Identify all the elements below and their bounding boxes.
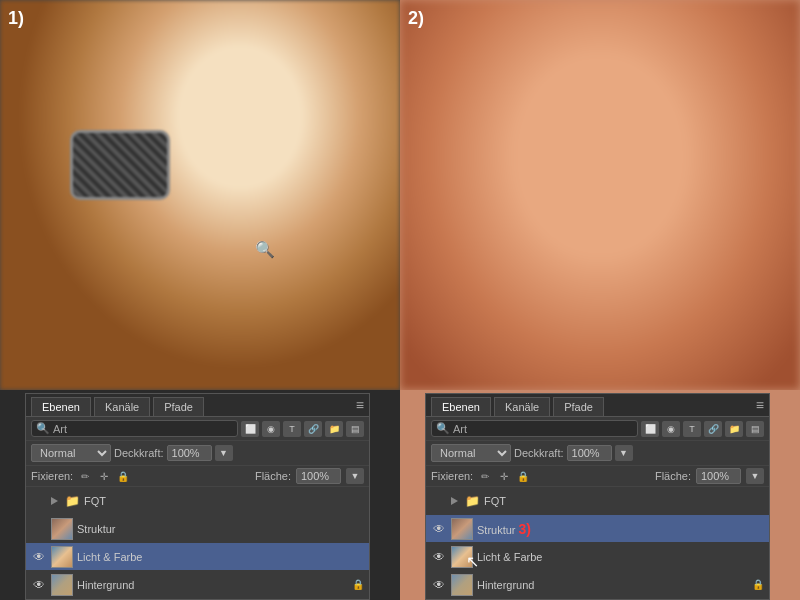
right-layer-fqt[interactable]: 📁 FQT [426,487,769,515]
label-3: 3) [519,521,531,537]
folder-icon[interactable]: 📁 [325,421,343,437]
right-panel: 2) Ebenen Kanäle Pfade ≡ 🔍 Art ⬜ ◉ T [400,0,800,600]
left-deckkraft-arrow[interactable]: ▼ [215,445,233,461]
left-panel: 1) 🔍 Ebenen Kanäle Pfade ≡ 🔍 Art ⬜ ◉ T [0,0,400,600]
eye-patch [70,130,170,200]
zoom-cursor-icon: 🔍 [255,240,275,259]
right-layer-struktur[interactable]: 👁 Struktur 3) [426,515,769,543]
left-image-area [0,0,400,390]
right-deckkraft-label: Deckkraft: [514,447,564,459]
right-layer-fqt-eye[interactable] [431,493,447,509]
left-layer-fqt-eye[interactable] [31,493,47,509]
right-more-icon[interactable]: ▤ [746,421,764,437]
right-mask-icon[interactable]: ◉ [662,421,680,437]
left-layer-struktur-eye[interactable] [31,521,47,537]
right-layer-hintergrund-thumb [451,574,473,596]
right-blend-mode-select[interactable]: Normal [431,444,511,462]
right-fix-lock-icon[interactable]: 🔒 [516,469,530,483]
left-tab-ebenen[interactable]: Ebenen [31,397,91,416]
right-new-layer-icon[interactable]: ⬜ [641,421,659,437]
right-layer-hintergrund-lock-icon: 🔒 [752,579,764,590]
right-panel-label: 2) [408,8,424,29]
left-fixieren-row: Fixieren: ✏ ✛ 🔒 Fläche: 100% ▼ [26,466,369,487]
mask-icon[interactable]: ◉ [262,421,280,437]
left-search-field[interactable]: 🔍 Art [31,420,238,437]
more-icon[interactable]: ▤ [346,421,364,437]
right-tab-pfade[interactable]: Pfade [553,397,604,416]
left-fixieren-label: Fixieren: [31,470,73,482]
right-fix-move-icon[interactable]: ✛ [497,469,511,483]
new-layer-icon[interactable]: ⬜ [241,421,259,437]
left-fix-move-icon[interactable]: ✛ [97,469,111,483]
left-layer-struktur[interactable]: Struktur [26,515,369,543]
right-tab-ebenen[interactable]: Ebenen [431,397,491,416]
cursor-arrow-icon: ↖ [466,552,479,571]
right-type-icon[interactable]: T [683,421,701,437]
left-layer-hintergrund-thumb [51,574,73,596]
left-flaeche-label: Fläche: [255,470,291,482]
right-deckkraft-arrow[interactable]: ▼ [615,445,633,461]
left-layer-hintergrund-lock-icon: 🔒 [352,579,364,590]
left-layer-licht-eye[interactable]: 👁 [31,549,47,565]
right-layer-licht-eye[interactable]: 👁 [431,549,447,565]
right-folder-icon: 📁 [465,494,480,508]
left-layer-hintergrund-name: Hintergrund [77,579,348,591]
left-ps-tabs: Ebenen Kanäle Pfade ≡ [26,394,369,417]
link-icon[interactable]: 🔗 [304,421,322,437]
left-layer-fqt[interactable]: 📁 FQT [26,487,369,515]
right-panel-menu-icon[interactable]: ≡ [756,397,764,416]
right-flaeche-label: Fläche: [655,470,691,482]
right-ps-panel: Ebenen Kanäle Pfade ≡ 🔍 Art ⬜ ◉ T 🔗 📁 ▤ [425,393,770,600]
search-icon: 🔍 [36,422,50,435]
main-container: 1) 🔍 Ebenen Kanäle Pfade ≡ 🔍 Art ⬜ ◉ T [0,0,800,600]
right-layer-hintergrund-eye[interactable]: 👁 [431,577,447,593]
left-folder-icon: 📁 [65,494,80,508]
left-fix-lock-icon[interactable]: 🔒 [116,469,130,483]
right-link-icon[interactable]: 🔗 [704,421,722,437]
right-folder-arrow-icon [451,497,458,505]
left-layer-struktur-thumb [51,518,73,540]
left-layer-hintergrund[interactable]: 👁 Hintergrund 🔒 [26,571,369,599]
left-layer-hintergrund-eye[interactable]: 👁 [31,577,47,593]
right-search-label: Art [453,423,467,435]
left-blend-mode-select[interactable]: Normal [31,444,111,462]
right-layer-licht-name: Licht & Farbe [477,551,764,563]
right-search-row: 🔍 Art ⬜ ◉ T 🔗 📁 ▤ [426,417,769,441]
left-panel-menu-icon[interactable]: ≡ [356,397,364,416]
right-fix-pen-icon[interactable]: ✏ [478,469,492,483]
left-layer-licht-name: Licht & Farbe [77,551,364,563]
left-search-row: 🔍 Art ⬜ ◉ T 🔗 📁 ▤ [26,417,369,441]
left-layer-licht[interactable]: 👁 Licht & Farbe [26,543,369,571]
left-deckkraft-label: Deckkraft: [114,447,164,459]
right-image-area [400,0,800,390]
type-icon[interactable]: T [283,421,301,437]
right-search-field[interactable]: 🔍 Art [431,420,638,437]
left-folder-arrow-icon [51,497,58,505]
right-layer-hintergrund[interactable]: 👁 Hintergrund 🔒 [426,571,769,599]
left-panel-label: 1) [8,8,24,29]
right-ps-tabs: Ebenen Kanäle Pfade ≡ [426,394,769,417]
right-folder-icon[interactable]: 📁 [725,421,743,437]
right-toolbar-icons: ⬜ ◉ T 🔗 📁 ▤ [641,421,764,437]
left-layer-fqt-name: FQT [84,495,364,507]
right-flaeche-arrow[interactable]: ▼ [746,468,764,484]
right-deckkraft-value: 100% [567,445,612,461]
left-flaeche-arrow[interactable]: ▼ [346,468,364,484]
right-fixieren-label: Fixieren: [431,470,473,482]
right-tab-kanaele[interactable]: Kanäle [494,397,550,416]
right-layer-struktur-thumb [451,518,473,540]
right-fixieren-row: Fixieren: ✏ ✛ 🔒 Fläche: 100% ▼ [426,466,769,487]
right-flaeche-value: 100% [696,468,741,484]
left-tab-pfade[interactable]: Pfade [153,397,204,416]
right-layer-struktur-name: Struktur 3) [477,521,764,537]
left-deckkraft-value: 100% [167,445,212,461]
left-layer-licht-thumb [51,546,73,568]
left-blend-row: Normal Deckkraft: 100% ▼ [26,441,369,466]
left-flaeche-value: 100% [296,468,341,484]
right-layer-struktur-eye[interactable]: 👁 [431,521,447,537]
left-tab-kanaele[interactable]: Kanäle [94,397,150,416]
left-ps-panel: Ebenen Kanäle Pfade ≡ 🔍 Art ⬜ ◉ T 🔗 📁 ▤ [25,393,370,600]
left-fix-pen-icon[interactable]: ✏ [78,469,92,483]
right-photo-bg [400,0,800,390]
left-search-label: Art [53,423,67,435]
